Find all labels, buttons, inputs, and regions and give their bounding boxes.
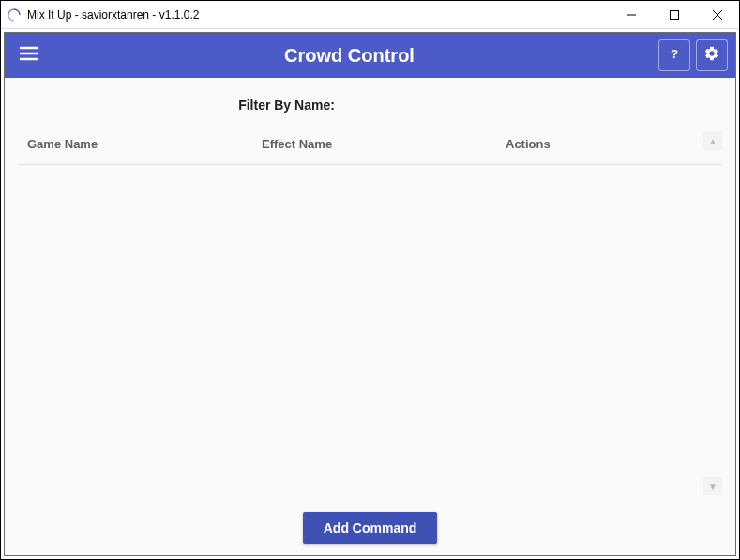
close-button[interactable]: [696, 1, 739, 29]
arrow-down-icon: ▼: [708, 481, 717, 492]
add-command-button[interactable]: Add Command: [303, 512, 438, 544]
table-header: Game Name Effect Name Actions: [18, 124, 722, 165]
column-header-game-name[interactable]: Game Name: [18, 137, 262, 151]
minimize-button[interactable]: [610, 1, 653, 29]
settings-button[interactable]: [696, 39, 728, 71]
app-content-frame: Crowd Control ? Filter By Name: Game Nam…: [4, 32, 736, 556]
maximize-button[interactable]: [653, 1, 696, 29]
filter-row: Filter By Name:: [5, 78, 735, 124]
window-title: Mix It Up - saviorxtanren - v1.1.0.2: [27, 8, 199, 22]
column-header-actions[interactable]: Actions: [506, 137, 722, 151]
page-title: Crowd Control: [46, 45, 653, 67]
hamburger-icon: [18, 42, 40, 68]
table-area: Game Name Effect Name Actions ▲ ▼: [5, 124, 735, 503]
svg-text:?: ?: [671, 47, 678, 61]
scroll-down-button[interactable]: ▼: [703, 477, 722, 495]
svg-rect-1: [671, 10, 679, 19]
filter-input[interactable]: [342, 95, 502, 114]
question-icon: ?: [666, 45, 683, 66]
arrow-up-icon: ▲: [708, 136, 717, 146]
titlebar: Mix It Up - saviorxtanren - v1.1.0.2: [1, 1, 739, 29]
help-button[interactable]: ?: [658, 39, 690, 71]
filter-label: Filter By Name:: [238, 98, 335, 114]
app-header: Crowd Control ?: [5, 33, 735, 78]
app-logo-icon: [7, 8, 22, 23]
scroll-up-button[interactable]: ▲: [703, 131, 722, 150]
column-header-effect-name[interactable]: Effect Name: [262, 137, 506, 151]
app-window: Mix It Up - saviorxtanren - v1.1.0.2 Cro…: [0, 0, 740, 560]
menu-button[interactable]: [12, 38, 46, 72]
gear-icon: [703, 45, 720, 66]
footer: Add Command: [5, 503, 735, 555]
content-area: Filter By Name: Game Name Effect Name Ac…: [5, 78, 735, 555]
